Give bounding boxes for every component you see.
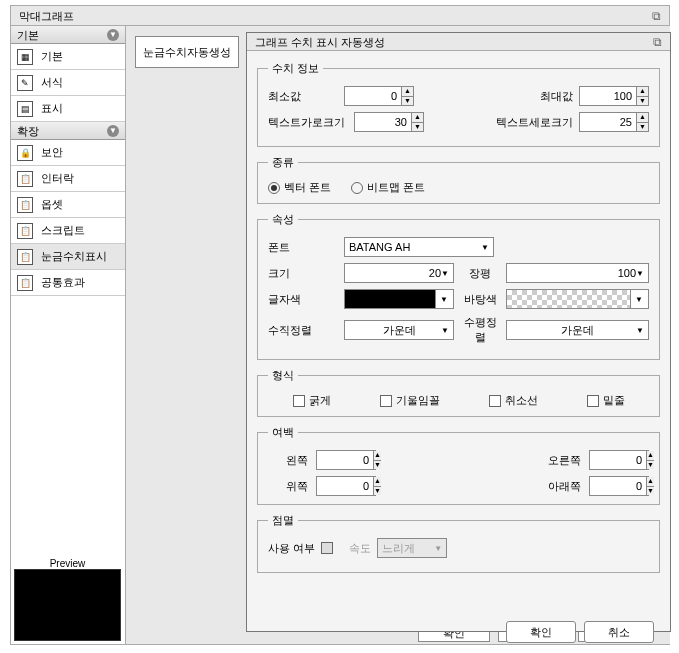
spinner-arrows[interactable]: ▲▼ [373, 451, 381, 469]
chevron-down-icon: ▼ [107, 125, 119, 137]
clipboard-icon: 📋 [17, 171, 33, 187]
size-select[interactable]: 20▼ [344, 263, 454, 283]
sidebar-item-display[interactable]: ▤표시 [11, 96, 125, 122]
dialog-buttons: 확인 취소 [257, 621, 660, 643]
spinner-arrows[interactable]: ▲▼ [636, 113, 648, 131]
close-icon[interactable]: ⧉ [652, 6, 661, 26]
min-spinner[interactable]: ▲▼ [344, 86, 414, 106]
group-legend: 형식 [268, 368, 298, 383]
blink-group: 점멸 사용 여부 속도 느리게▼ [257, 513, 660, 573]
text-height-input[interactable] [580, 113, 636, 131]
sidebar-item-label: 표시 [41, 101, 63, 116]
accordion-extend[interactable]: 확장 ▼ [11, 122, 125, 140]
scale-label: 장평 [460, 266, 500, 281]
group-legend: 점멸 [268, 513, 298, 528]
sidebar-item-script[interactable]: 📋스크립트 [11, 218, 125, 244]
margin-group: 여백 왼쪽▲▼ 위쪽▲▼ 오른쪽▲▼ 아래쪽▲▼ [257, 425, 660, 505]
max-input[interactable] [580, 87, 636, 105]
margin-right-spinner[interactable]: ▲▼ [589, 450, 649, 470]
dialog-cancel-button[interactable]: 취소 [584, 621, 654, 643]
preview-label: Preview [14, 558, 121, 569]
text-width-input[interactable] [355, 113, 411, 131]
speed-label: 속도 [349, 541, 371, 556]
bg-color-dropdown[interactable]: ▼ [631, 289, 649, 309]
min-input[interactable] [345, 87, 401, 105]
auto-generate-button[interactable]: 눈금수치자동생성 [135, 36, 239, 68]
dialog-titlebar: 그래프 수치 표시 자동생성 ⧉ [247, 33, 670, 51]
text-width-spinner[interactable]: ▲▼ [354, 112, 424, 132]
bg-color-swatch[interactable] [506, 289, 631, 309]
sidebar-item-label: 서식 [41, 75, 63, 90]
margin-top-spinner[interactable]: ▲▼ [316, 476, 376, 496]
checkbox-icon [380, 395, 392, 407]
sidebar-item-label: 보안 [41, 145, 63, 160]
radio-icon [351, 182, 363, 194]
dialog-body: 수치 정보 최소값 ▲▼ 최대값 ▲▼ 텍스트가로크기 ▲▼ 텍스트세로크기 ▲… [247, 51, 670, 653]
select-value: 느리게 [382, 541, 415, 556]
chevron-down-icon: ▼ [481, 243, 489, 252]
radio-icon [268, 182, 280, 194]
sidebar-item-label: 공통효과 [41, 275, 85, 290]
use-checkbox[interactable] [321, 542, 333, 554]
margin-left-spinner[interactable]: ▲▼ [316, 450, 376, 470]
spinner-arrows[interactable]: ▲▼ [401, 87, 413, 105]
bold-checkbox[interactable]: 굵게 [293, 393, 331, 408]
sidebar-item-format[interactable]: ✎서식 [11, 70, 125, 96]
accordion-basic[interactable]: 기본 ▼ [11, 26, 125, 44]
text-height-spinner[interactable]: ▲▼ [579, 112, 649, 132]
scale-select[interactable]: 100▼ [506, 263, 649, 283]
max-spinner[interactable]: ▲▼ [579, 86, 649, 106]
margin-left-input[interactable] [317, 451, 373, 469]
spinner-arrows[interactable]: ▲▼ [646, 451, 654, 469]
halign-select[interactable]: 가운데▼ [506, 320, 649, 340]
font-select[interactable]: BATANG AH▼ [344, 237, 494, 257]
spinner-arrows[interactable]: ▲▼ [636, 87, 648, 105]
halign-label: 수평정렬 [460, 315, 500, 345]
valign-select[interactable]: 가운데▼ [344, 320, 454, 340]
accordion-extend-label: 확장 [17, 122, 39, 140]
margin-right-input[interactable] [590, 451, 646, 469]
spinner-arrows[interactable]: ▲▼ [411, 113, 423, 131]
bg-color-label: 바탕색 [460, 292, 500, 307]
strike-checkbox[interactable]: 취소선 [489, 393, 538, 408]
accordion-basic-label: 기본 [17, 26, 39, 44]
text-color-dropdown[interactable]: ▼ [436, 289, 454, 309]
margin-top-input[interactable] [317, 477, 373, 495]
radio-vector-font[interactable]: 벡터 폰트 [268, 180, 331, 195]
sidebar-item-common-effect[interactable]: 📋공통효과 [11, 270, 125, 296]
radio-bitmap-font[interactable]: 비트맵 폰트 [351, 180, 425, 195]
valign-label: 수직정렬 [268, 323, 338, 338]
margin-right-label: 오른쪽 [541, 453, 581, 468]
underline-checkbox[interactable]: 밑줄 [587, 393, 625, 408]
outer-panel-titlebar: 막대그래프 ⧉ [11, 6, 669, 26]
outer-panel-title: 막대그래프 [19, 6, 74, 26]
sidebar-item-label: 인터락 [41, 171, 74, 186]
spinner-arrows[interactable]: ▲▼ [373, 477, 381, 495]
sidebar-item-scale-display[interactable]: 📋눈금수치표시 [11, 244, 125, 270]
margin-bottom-spinner[interactable]: ▲▼ [589, 476, 649, 496]
speed-select: 느리게▼ [377, 538, 447, 558]
checkbox-icon [587, 395, 599, 407]
dialog-ok-button[interactable]: 확인 [506, 621, 576, 643]
button-label: 확인 [530, 625, 552, 640]
text-height-label: 텍스트세로크기 [493, 115, 573, 130]
spinner-arrows[interactable]: ▲▼ [646, 477, 654, 495]
margin-bottom-input[interactable] [590, 477, 646, 495]
select-value: 가운데 [561, 323, 594, 338]
close-icon[interactable]: ⧉ [653, 33, 662, 50]
preview-area: Preview [14, 558, 121, 641]
text-color-swatch[interactable] [344, 289, 436, 309]
group-legend: 속성 [268, 212, 298, 227]
select-value: 20 [429, 267, 441, 279]
sidebar-item-offset[interactable]: 📋옵셋 [11, 192, 125, 218]
sidebar-item-interlock[interactable]: 📋인터락 [11, 166, 125, 192]
numeric-info-group: 수치 정보 최소값 ▲▼ 최대값 ▲▼ 텍스트가로크기 ▲▼ 텍스트세로크기 ▲… [257, 61, 660, 147]
group-legend: 수치 정보 [268, 61, 323, 76]
italic-checkbox[interactable]: 기울임꼴 [380, 393, 440, 408]
grid-icon: ▦ [17, 49, 33, 65]
chevron-down-icon: ▼ [636, 269, 644, 278]
sidebar-item-security[interactable]: 🔒보안 [11, 140, 125, 166]
chevron-down-icon: ▼ [636, 326, 644, 335]
use-label: 사용 여부 [268, 541, 315, 556]
sidebar-item-basic[interactable]: ▦기본 [11, 44, 125, 70]
